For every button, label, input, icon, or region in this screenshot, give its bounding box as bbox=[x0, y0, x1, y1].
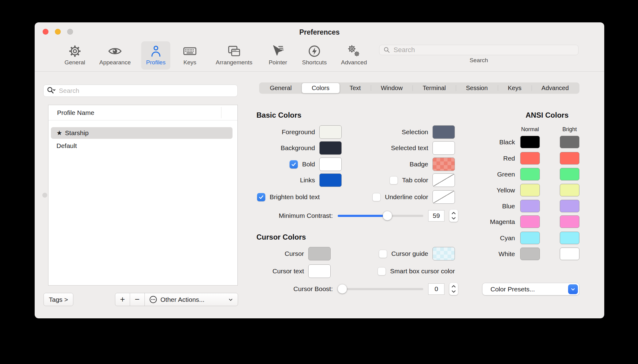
bold-checkbox[interactable] bbox=[290, 160, 298, 169]
toolbar-label: Arrangements bbox=[216, 59, 252, 66]
links-swatch[interactable] bbox=[319, 173, 342, 187]
minimum-contrast-slider[interactable] bbox=[338, 211, 423, 220]
chevron-up-icon bbox=[452, 212, 456, 214]
ansi-green-normal-swatch[interactable] bbox=[520, 168, 540, 180]
ansi-magenta-normal-swatch[interactable] bbox=[520, 215, 540, 228]
toolbar-item-general[interactable]: General bbox=[60, 41, 90, 70]
splitter-handle-dot[interactable] bbox=[42, 193, 47, 198]
profile-row-default[interactable]: Default bbox=[51, 140, 233, 152]
underline-color-checkbox[interactable] bbox=[372, 193, 381, 201]
cursor-row: Cursor bbox=[285, 246, 331, 262]
tags-button[interactable]: Tags > bbox=[44, 293, 73, 306]
tab-text[interactable]: Text bbox=[340, 83, 371, 93]
ansi-cyan-bright-swatch[interactable] bbox=[560, 232, 579, 244]
tab-color-label: Tab color bbox=[402, 176, 428, 184]
tab-color-swatch[interactable] bbox=[432, 173, 455, 187]
ansi-magenta-bright-swatch[interactable] bbox=[560, 215, 579, 228]
selected-text-swatch[interactable] bbox=[432, 141, 455, 155]
toolbar-label: Shortcuts bbox=[302, 59, 327, 66]
ansi-label: Magenta bbox=[475, 218, 515, 226]
minimum-contrast-stepper[interactable] bbox=[449, 210, 458, 222]
slider-track[interactable] bbox=[338, 288, 423, 290]
ansi-blue-bright-swatch[interactable] bbox=[560, 200, 579, 212]
cursor-boost-value[interactable]: 0 bbox=[428, 283, 444, 295]
profile-list-header[interactable]: Profile Name bbox=[48, 105, 237, 120]
selection-row: Selection bbox=[402, 124, 455, 140]
cursor-boost-stepper[interactable] bbox=[449, 283, 458, 295]
cursor-boost-slider[interactable] bbox=[338, 284, 423, 294]
tab-terminal[interactable]: Terminal bbox=[413, 83, 456, 93]
ansi-black-bright-swatch[interactable] bbox=[560, 136, 579, 148]
cursor-swatch[interactable] bbox=[308, 247, 331, 260]
tab-window[interactable]: Window bbox=[371, 83, 413, 93]
tab-colors[interactable]: Colors bbox=[302, 83, 340, 93]
other-actions-dropdown[interactable]: Other Actions... bbox=[145, 293, 238, 306]
other-actions-label: Other Actions... bbox=[160, 296, 205, 303]
tab-keys[interactable]: Keys bbox=[498, 83, 532, 93]
ansi-label: Yellow bbox=[475, 187, 515, 194]
ansi-red-normal-swatch[interactable] bbox=[520, 152, 540, 165]
profile-row-starship[interactable]: ★ Starship bbox=[51, 127, 233, 139]
bold-swatch[interactable] bbox=[319, 157, 342, 171]
ansi-blue-normal-swatch[interactable] bbox=[520, 200, 540, 212]
slider-knob[interactable] bbox=[383, 211, 392, 220]
toolbar-item-arrangements[interactable]: Arrangements bbox=[211, 41, 257, 70]
ansi-red-bright-swatch[interactable] bbox=[560, 152, 579, 165]
person-icon bbox=[148, 44, 163, 59]
ansi-green-bright-swatch[interactable] bbox=[560, 168, 579, 180]
brighten-bold-label: Brighten bold text bbox=[270, 193, 320, 201]
toolbar-item-appearance[interactable]: Appearance bbox=[94, 41, 136, 70]
color-presets-dropdown[interactable]: Color Presets... bbox=[482, 283, 579, 295]
brighten-bold-checkbox[interactable] bbox=[257, 193, 265, 201]
ansi-label: Black bbox=[475, 138, 515, 146]
badge-swatch[interactable] bbox=[432, 157, 455, 171]
profile-actions-group: + − Other Actions... bbox=[115, 293, 238, 306]
selection-swatch[interactable] bbox=[432, 125, 455, 139]
foreground-label: Foreground bbox=[282, 128, 315, 136]
ansi-yellow-normal-swatch[interactable] bbox=[520, 184, 540, 196]
background-swatch[interactable] bbox=[319, 141, 342, 155]
toolbar: General Appearance bbox=[35, 41, 604, 72]
toolbar-item-shortcuts[interactable]: Shortcuts bbox=[297, 41, 332, 70]
tab-session[interactable]: Session bbox=[456, 83, 498, 93]
minimum-contrast-value[interactable]: 59 bbox=[428, 210, 444, 222]
background-row: Background bbox=[281, 140, 342, 156]
underline-color-swatch[interactable] bbox=[432, 190, 455, 204]
profile-search-input[interactable]: Search bbox=[43, 85, 238, 97]
keyboard-icon bbox=[183, 44, 197, 59]
slider-knob[interactable] bbox=[338, 284, 347, 294]
search-placeholder: Search bbox=[59, 87, 79, 94]
selected-text-row: Selected text bbox=[391, 140, 455, 156]
toolbar-item-pointer[interactable]: Pointer bbox=[264, 41, 292, 70]
ansi-white-bright-swatch[interactable] bbox=[560, 248, 579, 260]
foreground-swatch[interactable] bbox=[319, 125, 342, 139]
toolbar-item-keys[interactable]: Keys bbox=[178, 41, 202, 70]
add-profile-button[interactable]: + bbox=[115, 293, 130, 306]
ansi-cyan-normal-swatch[interactable] bbox=[520, 232, 540, 244]
cursor-text-swatch[interactable] bbox=[308, 264, 331, 278]
profile-name: Default bbox=[56, 142, 77, 150]
ansi-yellow-bright-swatch[interactable] bbox=[560, 184, 579, 196]
gears-icon bbox=[347, 44, 361, 59]
ansi-label: Red bbox=[475, 155, 515, 162]
search-placeholder: Search bbox=[394, 46, 415, 54]
ansi-label: White bbox=[475, 250, 515, 258]
cursor-guide-checkbox[interactable] bbox=[379, 250, 387, 258]
column-divider bbox=[221, 107, 221, 118]
toolbar-search-input[interactable]: Search bbox=[379, 45, 578, 55]
tab-general[interactable]: General bbox=[260, 83, 302, 93]
toolbar-item-profiles[interactable]: Profiles bbox=[141, 41, 170, 70]
cursor-guide-swatch[interactable] bbox=[432, 247, 455, 260]
remove-profile-button[interactable]: − bbox=[130, 293, 145, 306]
bold-label: Bold bbox=[302, 161, 315, 168]
tab-advanced[interactable]: Advanced bbox=[532, 83, 579, 93]
toolbar-item-advanced[interactable]: Advanced bbox=[336, 41, 372, 70]
background-label: Background bbox=[281, 144, 315, 152]
ansi-white-normal-swatch[interactable] bbox=[520, 248, 540, 260]
screen: Preferences General bbox=[0, 0, 638, 364]
ansi-black-normal-swatch[interactable] bbox=[520, 136, 540, 148]
bolt-icon bbox=[307, 44, 322, 59]
search-filter-icon bbox=[47, 86, 56, 95]
tab-color-checkbox[interactable] bbox=[390, 176, 398, 184]
smart-box-checkbox[interactable] bbox=[378, 267, 386, 275]
